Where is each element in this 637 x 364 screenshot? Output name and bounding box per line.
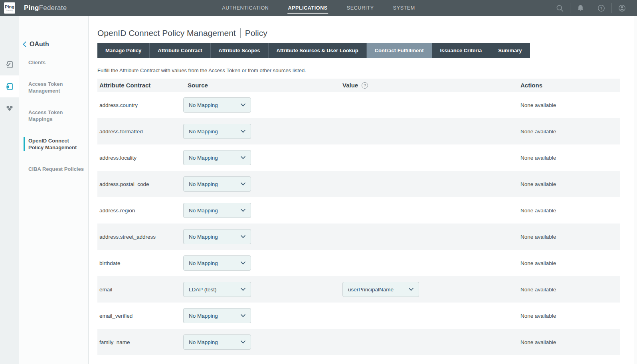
access-token-mappings-icon[interactable] — [0, 97, 19, 119]
source-dropdown-value: LDAP (test) — [189, 287, 217, 293]
fulfillment-table: Attribute Contract Source Value ? Action… — [97, 79, 620, 355]
value-cell: userPrincipalName — [342, 282, 520, 297]
header-value: Value ? — [342, 82, 520, 89]
sidebar-item-ciba-request-policies[interactable]: CIBA Request Policies — [28, 166, 85, 173]
table-row: address.countryNo MappingNone available — [97, 92, 620, 118]
chevron-down-icon — [241, 182, 245, 186]
nav-authentication[interactable]: AUTHENTICATION — [222, 4, 269, 12]
source-dropdown[interactable]: No Mapping — [183, 308, 251, 323]
source-cell: No Mapping — [183, 150, 342, 165]
attribute-name: address.country — [97, 102, 183, 108]
sidebar-item-access-token-mappings[interactable]: Access Token Mappings — [28, 109, 85, 123]
tab-attribute-sources-user-lookup[interactable]: Attribute Sources & User Lookup — [269, 43, 367, 58]
source-dropdown-value: No Mapping — [189, 313, 218, 319]
source-dropdown-value: No Mapping — [189, 155, 218, 161]
search-icon[interactable] — [556, 4, 564, 12]
chevron-left-icon — [23, 42, 26, 47]
svg-text:?: ? — [600, 6, 603, 10]
tab-attribute-contract[interactable]: Attribute Contract — [150, 43, 210, 58]
table-row: address.formattedNo MappingNone availabl… — [97, 118, 620, 144]
attribute-name: address.locality — [97, 155, 183, 161]
table-header-row: Attribute Contract Source Value ? Action… — [97, 79, 620, 92]
tab-issuance-criteria[interactable]: Issuance Criteria — [432, 43, 490, 58]
actions-cell: None available — [520, 129, 620, 135]
source-dropdown[interactable]: No Mapping — [183, 334, 251, 350]
actions-cell: None available — [520, 208, 620, 214]
source-cell: No Mapping — [183, 334, 342, 350]
tab-contract-fulfillment[interactable]: Contract Fulfillment — [367, 43, 432, 58]
source-dropdown[interactable]: LDAP (test) — [183, 282, 251, 297]
help-icon[interactable]: ? — [597, 4, 605, 12]
clients-icon[interactable] — [0, 53, 19, 75]
header-actions: Actions — [520, 82, 620, 89]
source-dropdown[interactable]: No Mapping — [183, 150, 251, 165]
source-dropdown-value: No Mapping — [189, 208, 218, 214]
attribute-name: address.street_address — [97, 234, 183, 240]
actions-cell: None available — [520, 155, 620, 161]
nav-system[interactable]: SYSTEM — [393, 4, 415, 12]
source-dropdown[interactable]: No Mapping — [183, 176, 251, 192]
sidebar: OAuth ClientsAccess Token ManagementAcce… — [0, 16, 89, 364]
value-dropdown[interactable]: userPrincipalName — [342, 282, 419, 297]
chevron-down-icon — [241, 314, 245, 317]
attribute-name: family_name — [97, 339, 183, 345]
oauth-back-link[interactable]: OAuth — [23, 41, 49, 48]
actions-cell: None available — [520, 234, 620, 240]
access-token-management-icon[interactable] — [0, 75, 19, 97]
source-dropdown-value: No Mapping — [189, 234, 218, 240]
chevron-down-icon — [241, 156, 245, 159]
table-row: address.street_addressNo MappingNone ava… — [97, 224, 620, 250]
table-row: birthdateNo MappingNone available — [97, 250, 620, 276]
ping-logo[interactable]: Ping Identity — [4, 2, 15, 14]
chevron-down-icon — [241, 235, 245, 238]
source-cell: No Mapping — [183, 255, 342, 271]
nav-security[interactable]: SECURITY — [347, 4, 374, 12]
tab-summary[interactable]: Summary — [490, 43, 530, 58]
account-icon[interactable] — [618, 4, 626, 12]
sidebar-item-openid-connect-policy-management[interactable]: OpenID Connect Policy Management — [24, 137, 85, 151]
source-dropdown-value: No Mapping — [189, 260, 218, 266]
nav-applications[interactable]: APPLICATIONS — [288, 4, 327, 12]
source-dropdown[interactable]: No Mapping — [183, 124, 251, 139]
source-dropdown[interactable]: No Mapping — [183, 97, 251, 113]
topbar-divider — [570, 3, 570, 13]
chevron-down-icon — [241, 103, 245, 107]
source-dropdown[interactable]: No Mapping — [183, 203, 251, 218]
actions-cell: None available — [520, 313, 620, 319]
notifications-icon[interactable] — [576, 4, 585, 12]
top-icons: ? — [550, 0, 637, 16]
sidebar-items: ClientsAccess Token ManagementAccess Tok… — [28, 59, 85, 187]
topbar-divider — [591, 3, 591, 13]
attribute-name: address.formatted — [97, 129, 183, 135]
page-title-main: OpenID Connect Policy Management — [97, 28, 236, 38]
tab-bar: Manage PolicyAttribute ContractAttribute… — [97, 43, 530, 58]
attribute-name: email — [97, 287, 183, 293]
source-cell: No Mapping — [183, 176, 342, 192]
source-dropdown[interactable]: No Mapping — [183, 255, 251, 271]
title-divider — [240, 28, 241, 38]
page-title-sub: Policy — [245, 28, 267, 38]
topbar: Ping Identity PingFederate AUTHENTICATIO… — [0, 0, 637, 16]
actions-cell: None available — [520, 339, 620, 345]
vertical-scrollbar[interactable] — [634, 16, 637, 364]
top-nav: AUTHENTICATIONAPPLICATIONSSECURITYSYSTEM — [222, 0, 415, 16]
chevron-down-icon — [241, 340, 245, 344]
source-dropdown-value: No Mapping — [189, 181, 218, 187]
table-row: address.localityNo MappingNone available — [97, 144, 620, 171]
source-dropdown[interactable]: No Mapping — [183, 229, 251, 244]
header-source: Source — [183, 82, 342, 89]
sidebar-item-access-token-management[interactable]: Access Token Management — [28, 81, 85, 95]
value-help-icon[interactable]: ? — [362, 82, 368, 89]
tab-attribute-scopes[interactable]: Attribute Scopes — [211, 43, 269, 58]
table-row: emailLDAP (test)userPrincipalNameNone av… — [97, 276, 620, 303]
sidebar-item-clients[interactable]: Clients — [28, 59, 85, 66]
chevron-down-icon — [409, 288, 413, 291]
source-cell: No Mapping — [183, 229, 342, 244]
source-dropdown-value: No Mapping — [189, 339, 218, 345]
attribute-name: address.region — [97, 208, 183, 214]
tab-manage-policy[interactable]: Manage Policy — [97, 43, 150, 58]
source-cell: No Mapping — [183, 124, 342, 139]
actions-cell: None available — [520, 102, 620, 108]
actions-cell: None available — [520, 287, 620, 293]
source-dropdown-value: No Mapping — [189, 129, 218, 135]
